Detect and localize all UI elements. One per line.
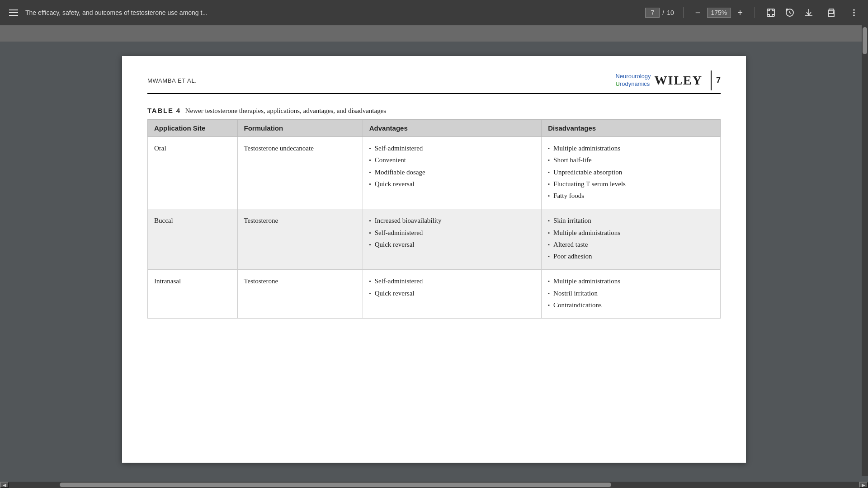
disadvantage-item: Unpredictable absorption (548, 167, 714, 178)
disadvantage-item: Contraindications (548, 300, 714, 310)
svg-point-3 (833, 12, 834, 13)
disadvantage-item: Multiple administrations (548, 276, 714, 286)
toolbar-divider (683, 7, 684, 18)
disadvantage-item: Nostril irritation (548, 288, 714, 299)
toolbar-right-actions (802, 6, 861, 19)
advantage-item: Quick reversal (369, 179, 535, 189)
table-label: TABLE 4 (147, 107, 181, 114)
svg-rect-2 (829, 14, 834, 17)
journal-brand: Neurourology Urodynamics WILEY 7 (615, 70, 721, 90)
menu-icon[interactable] (7, 8, 20, 18)
disadvantage-item: Altered taste (548, 239, 714, 250)
data-table: Application Site Formulation Advantages … (147, 119, 721, 319)
disadvantage-item: Poor adhesion (548, 251, 714, 262)
header-rule (711, 70, 712, 90)
cell-advantages-0: Self-administeredConvenientModifiable do… (363, 137, 541, 209)
cell-disadvantages-2: Multiple administrationsNostril irritati… (542, 270, 721, 319)
bottom-bar: ◀ ▶ (0, 476, 868, 488)
table-row: OralTestosterone undecanoateSelf-adminis… (148, 137, 721, 209)
page-info: / 10 (645, 8, 674, 18)
svg-point-6 (853, 14, 855, 16)
wiley-logo: WILEY (655, 73, 703, 88)
page-num-display: 7 (716, 76, 721, 85)
zoom-value-display: 175% (707, 8, 731, 18)
advantage-item: Increased bioavailability (369, 216, 535, 226)
zoom-out-button[interactable]: − (693, 7, 703, 18)
advantage-item: Quick reversal (369, 288, 535, 299)
journal-logo: Neurourology Urodynamics (615, 73, 651, 88)
vertical-scrollbar-thumb[interactable] (863, 27, 867, 54)
print-button[interactable] (825, 6, 838, 19)
table-header-row: Application Site Formulation Advantages … (148, 120, 721, 137)
download-button[interactable] (802, 6, 816, 19)
disadvantage-item: Multiple administrations (548, 143, 714, 154)
advantage-item: Convenient (369, 155, 535, 165)
cell-formulation-0: Testosterone undecanoate (237, 137, 363, 209)
advantage-item: Quick reversal (369, 239, 535, 250)
zoom-in-button[interactable]: + (735, 7, 745, 18)
page-separator: / (662, 9, 664, 16)
table-caption-text: Newer testosterone therapies, applicatio… (185, 107, 386, 114)
cell-formulation-1: Testosterone (237, 209, 363, 270)
zoom-controls: − 175% + (693, 7, 745, 18)
disadvantage-item: Short half-life (548, 155, 714, 165)
more-options-button[interactable] (847, 6, 861, 19)
advantage-item: Self-administered (369, 276, 535, 286)
cell-formulation-2: Testosterone (237, 270, 363, 319)
col-header-formulation: Formulation (237, 120, 363, 137)
cell-disadvantages-1: Skin irritationMultiple administrationsA… (542, 209, 721, 270)
svg-point-4 (853, 9, 855, 11)
table-caption: TABLE 4 Newer testosterone therapies, ap… (147, 107, 721, 115)
col-header-advantages: Advantages (363, 120, 541, 137)
disadvantage-item: Fluctuating T serum levels (548, 179, 714, 189)
history-button[interactable] (783, 6, 797, 19)
disadvantage-item: Fatty foods (548, 191, 714, 201)
cell-site-2: Intranasal (148, 270, 238, 319)
cell-site-0: Oral (148, 137, 238, 209)
page-number-input[interactable] (645, 8, 660, 18)
toolbar-sub-strip (0, 25, 868, 42)
advantage-item: Self-administered (369, 143, 535, 154)
author-text: MWAMBA ET AL. (147, 77, 197, 84)
horizontal-scrollbar-thumb[interactable] (60, 483, 611, 487)
toolbar-divider-2 (755, 7, 755, 18)
document-area: MWAMBA ET AL. Neurourology Urodynamics W… (0, 42, 868, 476)
horizontal-scrollbar-track: ◀ ▶ (0, 482, 868, 488)
cell-advantages-1: Increased bioavailabilitySelf-administer… (363, 209, 541, 270)
fit-page-button[interactable] (764, 6, 778, 19)
advantage-item: Self-administered (369, 228, 535, 238)
svg-point-5 (853, 12, 855, 14)
scroll-right-button[interactable]: ▶ (859, 482, 868, 488)
advantage-item: Modifiable dosage (369, 167, 535, 178)
cell-advantages-2: Self-administeredQuick reversal (363, 270, 541, 319)
disadvantage-item: Multiple administrations (548, 228, 714, 238)
author-line: MWAMBA ET AL. (147, 77, 197, 84)
svg-rect-0 (767, 9, 774, 16)
disadvantage-item: Skin irritation (548, 216, 714, 226)
col-header-disadvantages: Disadvantages (542, 120, 721, 137)
cell-site-1: Buccal (148, 209, 238, 270)
journal-n: N (615, 73, 619, 80)
page-total: 10 (667, 9, 674, 16)
table-row: IntranasalTestosteroneSelf-administeredQ… (148, 270, 721, 319)
toolbar: The efficacy, safety, and outcomes of te… (0, 0, 868, 25)
cell-disadvantages-0: Multiple administrationsShort half-lifeU… (542, 137, 721, 209)
journal-u: U (615, 80, 619, 87)
page-header: MWAMBA ET AL. Neurourology Urodynamics W… (147, 70, 721, 94)
document-title: The efficacy, safety, and outcomes of te… (25, 9, 640, 16)
scroll-left-button[interactable]: ◀ (0, 482, 9, 488)
col-header-site: Application Site (148, 120, 238, 137)
vertical-scrollbar-track (862, 25, 868, 476)
table-row: BuccalTestosteroneIncreased bioavailabil… (148, 209, 721, 270)
document-page: MWAMBA ET AL. Neurourology Urodynamics W… (122, 56, 746, 463)
